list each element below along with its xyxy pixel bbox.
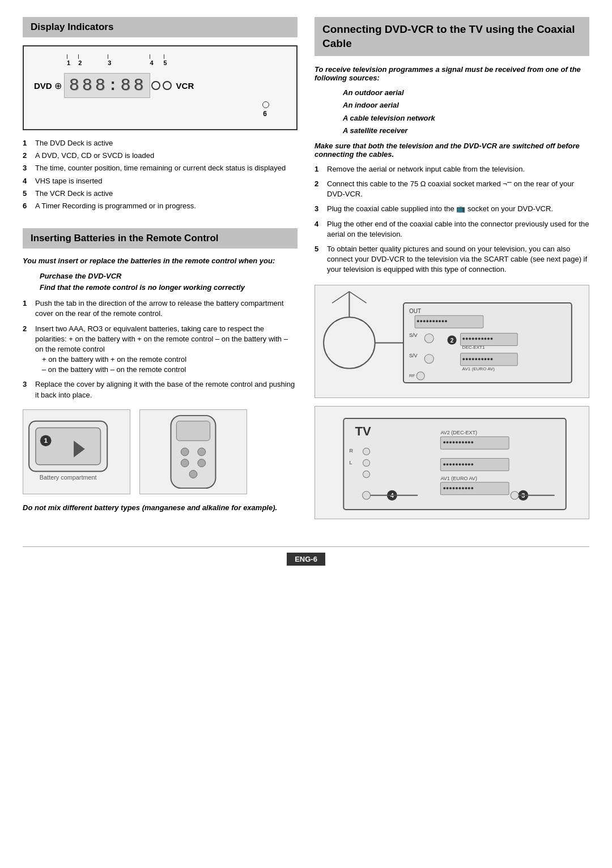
eng-badge: ENG-6 <box>287 553 325 566</box>
batteries-conditions: Purchase the DVD-VCR Find that the remot… <box>40 271 298 293</box>
source-4: A satellite receiver <box>343 125 589 137</box>
tick-4: 4 <box>150 54 153 66</box>
svg-text:L: L <box>349 460 352 465</box>
source-2: An indoor aerial <box>343 99 589 112</box>
svg-text:●●●●●●●●●●: ●●●●●●●●●● <box>443 461 474 467</box>
tick-2: 2 <box>78 54 82 66</box>
display-numbers-row: DVD ⊕ 8 8 8 : 8 8 VCR <box>34 67 286 98</box>
tick-row: 1 2 3 4 5 <box>34 54 286 66</box>
condition-2: Find that the remote control is no longe… <box>40 282 298 293</box>
conn-step-5: 5 To obtain better quality pictures and … <box>314 244 589 275</box>
small-circle-icon <box>262 101 269 108</box>
svg-rect-7 <box>176 421 210 441</box>
tick-5: 5 <box>164 54 167 66</box>
battery-images: 1 Battery compartment <box>23 409 298 494</box>
svg-point-10 <box>181 459 189 467</box>
svg-point-13 <box>324 318 375 369</box>
page-footer: ENG-6 <box>23 546 589 566</box>
digit-3: 8 <box>95 76 107 95</box>
batteries-section: Inserting Batteries in the Remote Contro… <box>23 228 298 512</box>
conn-step-2: 2 Connect this cable to the 75 Ω coaxial… <box>314 179 589 199</box>
svg-text:OUT: OUT <box>409 309 421 315</box>
display-indicators-section: Display Indicators 1 2 3 <box>23 17 298 211</box>
svg-text:S/V: S/V <box>409 333 418 339</box>
svg-point-56 <box>363 491 371 499</box>
svg-text:Battery compartment: Battery compartment <box>40 474 97 481</box>
display-box: 1 2 3 4 5 <box>23 45 298 130</box>
indicator-item-6: 6 A Timer Recording is programmed or in … <box>23 201 298 211</box>
indicator-item-1: 1 The DVD Deck is active <box>23 138 298 148</box>
digit-1: 8 <box>69 76 80 95</box>
svg-point-9 <box>198 448 206 456</box>
source-1: An outdoor aerial <box>343 87 589 99</box>
tick-3: 3 <box>108 54 111 66</box>
source-3: A cable television network <box>343 112 589 125</box>
svg-text:AV2 (DEC-EXT): AV2 (DEC-EXT) <box>440 430 477 436</box>
condition-1: Purchase the DVD-VCR <box>40 271 298 282</box>
page-layout: Display Indicators 1 2 3 <box>23 17 589 529</box>
svg-text:1: 1 <box>44 437 48 444</box>
segment-display: 8 8 8 : 8 8 <box>64 73 150 98</box>
battery-step-2: 2 Insert two AAA, RO3 or equivalent batt… <box>23 324 298 375</box>
svg-point-12 <box>189 470 197 478</box>
left-column: Display Indicators 1 2 3 <box>23 17 298 529</box>
svg-point-58 <box>511 491 518 499</box>
conn-step-4: 4 Plug the other end of the coaxial cabl… <box>314 219 589 240</box>
svg-point-42 <box>363 471 370 478</box>
dvd-antenna-icon: ⊕ <box>54 80 62 91</box>
svg-text:AV1 (EURO AV): AV1 (EURO AV) <box>440 476 477 481</box>
svg-text:DEC-EXT1: DEC-EXT1 <box>462 345 485 350</box>
indicator-item-5: 5 The VCR Deck is active <box>23 189 298 199</box>
svg-point-30 <box>424 354 434 364</box>
svg-text:●●●●●●●●●●: ●●●●●●●●●● <box>462 336 494 342</box>
svg-text:●●●●●●●●●●: ●●●●●●●●●● <box>443 485 474 491</box>
svg-point-11 <box>198 459 206 467</box>
battery-step-1: 1 Push the tab in the direction of the a… <box>23 298 298 319</box>
connecting-steps: 1 Remove the aerial or network input cab… <box>314 164 589 275</box>
svg-text:●●●●●●●●●●: ●●●●●●●●●● <box>416 319 448 324</box>
battery-img-1: 1 Battery compartment <box>23 409 130 494</box>
conn-step-3: 3 Plug the coaxial cable supplied into t… <box>314 204 589 214</box>
batteries-steps: 1 Push the tab in the direction of the a… <box>23 298 298 400</box>
svg-line-15 <box>332 292 349 303</box>
polarity-plus: + on the battery with + on the remote co… <box>35 354 298 365</box>
indicator-item-3: 3 The time, counter position, time remai… <box>23 163 298 173</box>
svg-text:TV: TV <box>355 425 371 439</box>
connection-images: OUT ●●●●●●●●●● S/V 2 ●●●●●●●●●● DEC-EXT1… <box>314 285 589 519</box>
connection-img-2: TV R L 4 AV2 (DEC-EXT) ●●●●●●●●●● <box>314 406 589 519</box>
connection-img-1: OUT ●●●●●●●●●● S/V 2 ●●●●●●●●●● DEC-EXT1… <box>314 285 589 398</box>
sources-list: An outdoor aerial An indoor aerial A cab… <box>343 87 589 136</box>
svg-text:2: 2 <box>450 337 454 344</box>
svg-point-23 <box>424 334 434 343</box>
conn-step-1: 1 Remove the aerial or network input cab… <box>314 164 589 174</box>
connecting-warning: Make sure that both the television and t… <box>314 142 589 159</box>
svg-point-35 <box>416 372 424 380</box>
seg-colon: : <box>108 77 119 95</box>
dvd-label: DVD <box>34 81 52 91</box>
right-column: Connecting DVD-VCR to the TV using the C… <box>314 17 589 529</box>
vcr-label: VCR <box>176 81 194 91</box>
digit-2: 8 <box>82 76 94 95</box>
svg-text:S/V: S/V <box>409 353 418 358</box>
svg-line-16 <box>349 292 366 303</box>
svg-point-41 <box>363 460 370 467</box>
svg-text:R: R <box>349 448 353 454</box>
vcr-circle-1 <box>151 81 160 90</box>
digit-5: 8 <box>134 76 145 95</box>
display-indicators-header: Display Indicators <box>23 17 298 37</box>
connecting-intro: To receive television programmes a signa… <box>314 65 589 82</box>
vcr-circle-2 <box>163 81 172 90</box>
tick-1: 1 <box>67 54 70 66</box>
battery-warning: Do not mix different battery types (mang… <box>23 503 298 512</box>
svg-text:●●●●●●●●●●: ●●●●●●●●●● <box>443 440 474 446</box>
battery-img-2 <box>139 409 247 494</box>
indicator-6-area <box>34 101 286 110</box>
batteries-intro: You must insert or replace the batteries… <box>23 256 298 265</box>
connecting-header: Connecting DVD-VCR to the TV using the C… <box>314 17 589 56</box>
digit-4: 8 <box>121 76 132 95</box>
svg-point-40 <box>363 448 370 455</box>
svg-point-8 <box>181 448 189 456</box>
connecting-section: Connecting DVD-VCR to the TV using the C… <box>314 17 589 519</box>
indicator-item-4: 4 VHS tape is inserted <box>23 176 298 186</box>
svg-text:●●●●●●●●●●: ●●●●●●●●●● <box>462 356 494 362</box>
